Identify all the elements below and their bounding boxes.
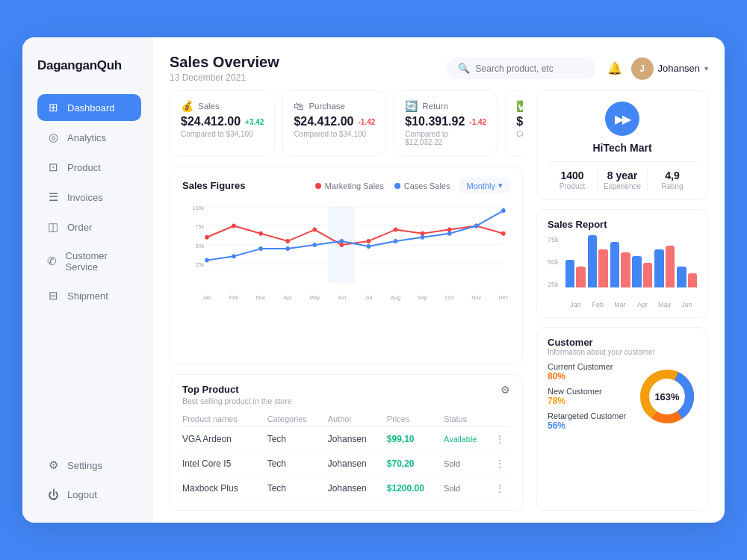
user-avatar-wrap[interactable]: J Johansen ▾	[631, 57, 708, 80]
main-content: Sales Overview 13 December 2021 🔍 🔔 J Jo…	[153, 37, 725, 523]
stat-label-0: 💰 Sales	[181, 100, 264, 112]
bar-red	[666, 246, 675, 287]
customer-item-pct: 78%	[548, 396, 630, 406]
header: Sales Overview 13 December 2021 🔍 🔔 J Jo…	[153, 37, 725, 90]
col-header-product-names: Product names	[182, 411, 267, 427]
sidebar-item-shipment[interactable]: ⊟Shipment	[37, 282, 141, 309]
store-stat-label: Product	[560, 182, 585, 190]
donut-label: 163%	[654, 391, 679, 402]
filter-icon[interactable]: ⚙	[500, 384, 510, 396]
page-title: Sales Overview	[170, 54, 279, 71]
header-title-block: Sales Overview 13 December 2021	[170, 54, 279, 83]
row-menu-button[interactable]: ⋮	[495, 458, 505, 470]
sidebar-item-analytics[interactable]: ◎Analytics	[37, 124, 141, 151]
search-input[interactable]	[476, 63, 583, 74]
customer-body: Current Customer 80% New Customer 78% Re…	[548, 362, 697, 431]
order-icon: ◫	[46, 220, 60, 234]
chart-area: 25k50k75k100kJanFebMarAprMayJunJulAugSep…	[182, 199, 510, 304]
product-price: $1200.00	[387, 476, 444, 501]
chevron-down-icon: ▾	[704, 64, 708, 72]
product-name: Maxbock Plus	[182, 476, 267, 501]
store-stat-label: Experience	[604, 182, 641, 190]
product-author: Johansen	[328, 452, 387, 476]
table-title: Top Product	[182, 384, 292, 395]
monthly-filter-button[interactable]: Monthly ▾	[459, 178, 510, 193]
chart-header: Sales Figures Marketing SalesCases Sales…	[182, 178, 510, 193]
customer-item-pct: 80%	[548, 371, 630, 382]
monthly-chevron-icon: ▾	[498, 181, 503, 190]
svg-text:25k: 25k	[195, 261, 204, 268]
product-price: $99,10	[387, 427, 444, 452]
bar-red	[643, 263, 652, 287]
sidebar-item-dashboard[interactable]: ⊞Dashboard	[37, 94, 141, 121]
row-menu-button[interactable]: ⋮	[495, 433, 505, 445]
search-bar[interactable]: 🔍	[446, 57, 595, 79]
product-status: Sold	[444, 476, 495, 501]
customer-item-pct: 56%	[548, 420, 630, 431]
row-menu-button[interactable]: ⋮	[495, 482, 505, 494]
stat-card-2: 🔄 Return $10.391.92 -1.42 Compared to $1…	[394, 90, 498, 156]
user-name: Johansen	[658, 63, 700, 74]
stat-card-3: ✅ Marketing $8.412.00 -1.42 Compared to …	[505, 90, 523, 156]
sidebar-item-customer-service[interactable]: ✆Customer Service	[37, 243, 141, 279]
svg-point-43	[474, 224, 478, 228]
svg-point-25	[313, 228, 317, 232]
svg-text:Nov: Nov	[471, 294, 481, 301]
dashboard-icon: ⊞	[46, 101, 60, 114]
customer-list: Current Customer 80% New Customer 78% Re…	[548, 362, 630, 431]
product-category: Tech	[267, 476, 328, 501]
stat-label-1: 🛍 Purchase	[294, 100, 375, 112]
stat-card-0: 💰 Sales $24.412.00 +3.42 Compared to $34…	[170, 90, 275, 156]
sidebar-label-analytics: Analytics	[67, 132, 106, 143]
sidebar-item-product[interactable]: ⊡Product	[37, 154, 141, 181]
col-header-categories: Categories	[267, 411, 328, 427]
sidebar-item-settings[interactable]: ⚙Settings	[37, 452, 141, 479]
col-header-status: Status	[444, 411, 495, 427]
sidebar-item-order[interactable]: ◫Order	[37, 214, 141, 240]
store-avatar: ▶▶	[605, 102, 639, 136]
svg-text:May: May	[309, 294, 320, 301]
invoices-icon: ☰	[46, 190, 60, 204]
table-subtitle: Best selling product in the store	[182, 396, 292, 405]
customer-list-item: Current Customer 80%	[548, 362, 630, 382]
store-stat-val: 8 year	[607, 169, 637, 181]
svg-text:75k: 75k	[195, 223, 204, 230]
stat-compare-1: Compared to $34,100	[294, 130, 375, 138]
y-axis-labels: 75k50k25k	[548, 236, 559, 288]
sidebar-label-customer-service: Customer Service	[66, 250, 132, 273]
table-row: Intel Core I5 Tech Johansen $70,20 Sold …	[182, 452, 510, 476]
table-header-row: Top Product Best selling product in the …	[182, 384, 510, 405]
svg-point-21	[205, 235, 208, 240]
x-axis-labels: JanFebMarAprMayJun	[548, 301, 697, 308]
stat-icon-0: 💰	[181, 100, 193, 112]
sidebar-label-order: Order	[67, 222, 92, 233]
svg-point-44	[501, 208, 505, 213]
svg-text:Jan: Jan	[202, 294, 211, 301]
svg-point-24	[285, 239, 289, 243]
chart-legend: Marketing SalesCases Sales	[315, 181, 450, 190]
x-label: Feb	[588, 301, 608, 308]
sidebar-item-invoices[interactable]: ☰Invoices	[37, 184, 141, 211]
store-card: ▶▶ HiTech Mart 1400 Product 8 year Exper…	[536, 90, 708, 200]
svg-text:Dec: Dec	[498, 294, 508, 301]
stat-delta-0: +3.42	[245, 118, 264, 126]
store-stats: 1400 Product 8 year Experience 4,9 Ratin…	[548, 161, 697, 190]
stat-icon-1: 🛍	[294, 100, 304, 112]
sidebar-item-logout[interactable]: ⏻Logout	[37, 482, 141, 508]
product-category: Tech	[267, 427, 328, 452]
bar-group	[565, 260, 586, 287]
bar-blue	[654, 249, 663, 287]
stats-row: 💰 Sales $24.412.00 +3.42 Compared to $34…	[170, 90, 523, 156]
customer-service-icon: ✆	[46, 255, 58, 268]
stat-label-3: ✅ Marketing	[516, 100, 523, 112]
monthly-label: Monthly	[466, 181, 495, 190]
store-stat-label: Rating	[662, 182, 684, 190]
product-name: Intel Core I5	[182, 452, 267, 476]
product-author: Johansen	[328, 476, 387, 501]
stat-compare-2: Compared to $12,032.22	[405, 130, 486, 146]
stat-value-1: $24.412.00 -1.42	[294, 115, 375, 128]
store-stat-experience: 8 year Experience	[598, 169, 647, 190]
bar-red	[598, 249, 607, 287]
notification-bell-icon[interactable]: 🔔	[607, 61, 622, 75]
logout-icon: ⏻	[46, 488, 60, 501]
